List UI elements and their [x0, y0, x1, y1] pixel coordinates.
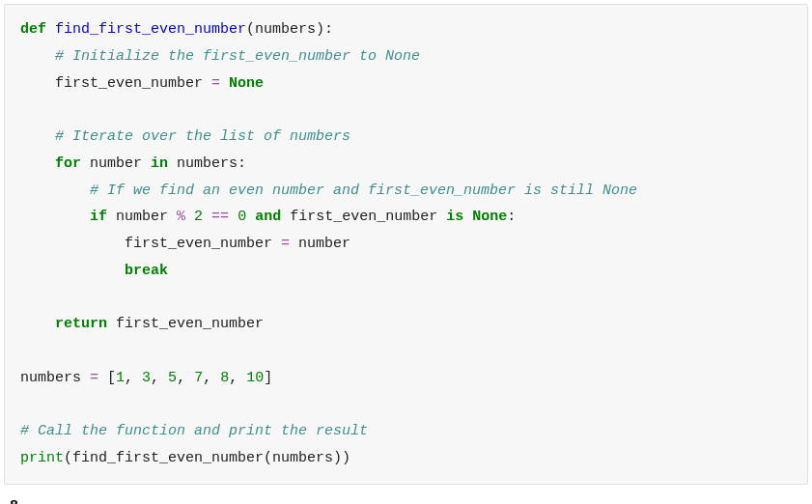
number: 10 [246, 370, 264, 386]
keyword-break: break [125, 263, 168, 279]
keyword-return: return [55, 316, 107, 332]
operator: = [281, 236, 290, 252]
constant-none: None [229, 75, 264, 92]
comment: # Call the function and print the result [20, 423, 368, 439]
number: 7 [194, 370, 203, 386]
number: 1 [116, 370, 125, 386]
operator: % [177, 209, 185, 225]
assignment: first_even_number [125, 236, 281, 252]
keyword-and: and [255, 209, 281, 225]
code-block: def find_first_even_number(numbers): # I… [4, 4, 808, 485]
builtin-print: print [20, 450, 64, 466]
keyword-for: for [55, 155, 81, 172]
comment: # Initialize the first_even_number to No… [55, 48, 420, 65]
number: 3 [142, 370, 151, 386]
var: first_even_number [55, 75, 211, 92]
keyword-is: is [446, 209, 463, 225]
var: numbers [20, 370, 90, 386]
number: 2 [194, 209, 203, 225]
keyword-in: in [151, 155, 168, 172]
operator: == [211, 209, 229, 225]
number: 5 [168, 370, 177, 386]
operator: = [90, 370, 98, 386]
call: find_first_even_number(numbers)) [72, 450, 350, 466]
output-block: 8 [4, 489, 808, 504]
comment: # If we find an even number and first_ev… [90, 182, 637, 199]
number: 0 [238, 209, 246, 225]
comment: # Iterate over the list of numbers [55, 128, 350, 145]
keyword-if: if [90, 209, 107, 225]
operator: = [211, 75, 220, 92]
number: 8 [220, 370, 229, 386]
keyword-def: def [20, 21, 46, 38]
output-text: 8 [10, 498, 18, 504]
constant-none: None [472, 209, 507, 225]
function-name: find_first_even_number [55, 21, 246, 38]
params: (numbers): [246, 21, 333, 38]
